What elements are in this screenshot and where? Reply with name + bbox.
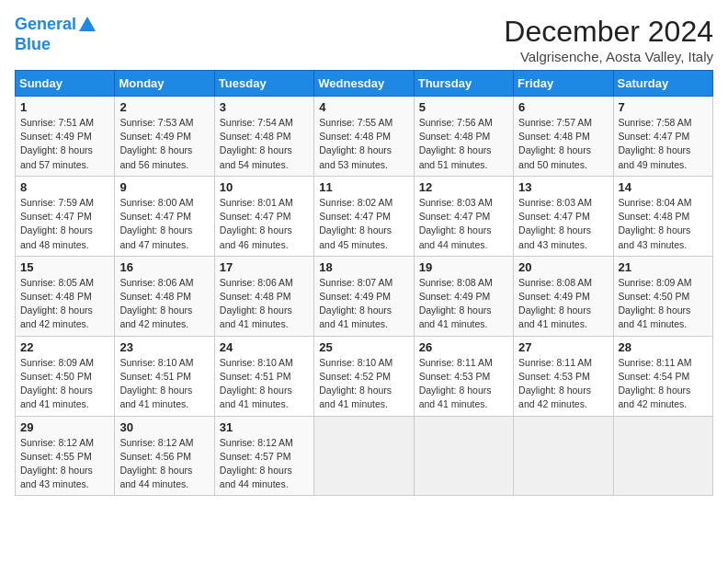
day-info: Sunrise: 8:11 AM Sunset: 4:54 PM Dayligh… (619, 356, 708, 412)
day-number: 17 (220, 260, 309, 274)
day-info: Sunrise: 7:55 AM Sunset: 4:48 PM Dayligh… (319, 116, 408, 172)
day-info: Sunrise: 8:12 AM Sunset: 4:55 PM Dayligh… (20, 436, 109, 492)
day-cell: 4 Sunrise: 7:55 AM Sunset: 4:48 PM Dayli… (314, 97, 414, 177)
location-title: Valgrisenche, Aosta Valley, Italy (504, 49, 713, 64)
day-cell: 25 Sunrise: 8:10 AM Sunset: 4:52 PM Dayl… (314, 336, 414, 416)
day-number: 20 (518, 260, 608, 274)
day-cell: 22 Sunrise: 8:09 AM Sunset: 4:50 PM Dayl… (16, 336, 115, 416)
day-number: 30 (119, 420, 209, 434)
col-tuesday: Tuesday (214, 71, 313, 97)
day-info: Sunrise: 7:58 AM Sunset: 4:47 PM Dayligh… (619, 116, 708, 172)
day-number: 4 (319, 100, 408, 114)
calendar-table: Sunday Monday Tuesday Wednesday Thursday… (15, 70, 713, 496)
day-number: 14 (619, 180, 708, 194)
svg-marker-0 (79, 17, 96, 31)
day-cell: 11 Sunrise: 8:02 AM Sunset: 4:47 PM Dayl… (314, 176, 414, 256)
day-info: Sunrise: 8:06 AM Sunset: 4:48 PM Dayligh… (220, 276, 309, 332)
month-title: December 2024 (504, 15, 713, 49)
day-number: 2 (119, 100, 209, 114)
day-number: 16 (119, 260, 209, 274)
day-cell: 13 Sunrise: 8:03 AM Sunset: 4:47 PM Dayl… (514, 176, 613, 256)
day-info: Sunrise: 8:08 AM Sunset: 4:49 PM Dayligh… (518, 276, 608, 332)
day-cell: 7 Sunrise: 7:58 AM Sunset: 4:47 PM Dayli… (613, 97, 712, 177)
logo-text: General Blue (15, 15, 97, 54)
day-info: Sunrise: 8:04 AM Sunset: 4:48 PM Dayligh… (619, 196, 708, 252)
title-block: December 2024 Valgrisenche, Aosta Valley… (504, 15, 713, 64)
day-cell: 29 Sunrise: 8:12 AM Sunset: 4:55 PM Dayl… (16, 416, 115, 496)
day-number: 29 (20, 420, 109, 434)
day-info: Sunrise: 8:07 AM Sunset: 4:49 PM Dayligh… (319, 276, 408, 332)
day-info: Sunrise: 8:06 AM Sunset: 4:48 PM Dayligh… (119, 276, 209, 332)
day-info: Sunrise: 8:08 AM Sunset: 4:49 PM Dayligh… (419, 276, 508, 332)
day-info: Sunrise: 8:12 AM Sunset: 4:56 PM Dayligh… (119, 436, 209, 492)
empty-cell (514, 416, 613, 496)
day-number: 18 (319, 260, 408, 274)
day-number: 26 (419, 340, 508, 354)
day-cell: 15 Sunrise: 8:05 AM Sunset: 4:48 PM Dayl… (16, 256, 115, 336)
day-number: 11 (319, 180, 408, 194)
day-number: 1 (20, 100, 109, 114)
col-sunday: Sunday (16, 71, 115, 97)
day-cell: 6 Sunrise: 7:57 AM Sunset: 4:48 PM Dayli… (514, 97, 613, 177)
day-info: Sunrise: 8:10 AM Sunset: 4:51 PM Dayligh… (119, 356, 209, 412)
day-info: Sunrise: 8:00 AM Sunset: 4:47 PM Dayligh… (119, 196, 209, 252)
day-number: 9 (119, 180, 209, 194)
day-number: 8 (20, 180, 109, 194)
day-cell: 16 Sunrise: 8:06 AM Sunset: 4:48 PM Dayl… (115, 256, 214, 336)
day-number: 28 (619, 340, 708, 354)
day-cell: 28 Sunrise: 8:11 AM Sunset: 4:54 PM Dayl… (613, 336, 712, 416)
day-info: Sunrise: 8:11 AM Sunset: 4:53 PM Dayligh… (518, 356, 608, 412)
day-cell: 19 Sunrise: 8:08 AM Sunset: 4:49 PM Dayl… (414, 256, 513, 336)
day-number: 22 (20, 340, 109, 354)
day-info: Sunrise: 7:57 AM Sunset: 4:48 PM Dayligh… (518, 116, 608, 172)
day-cell: 2 Sunrise: 7:53 AM Sunset: 4:49 PM Dayli… (115, 97, 214, 177)
col-friday: Friday (514, 71, 613, 97)
day-cell: 30 Sunrise: 8:12 AM Sunset: 4:56 PM Dayl… (115, 416, 214, 496)
day-number: 31 (220, 420, 309, 434)
col-thursday: Thursday (414, 71, 513, 97)
day-number: 24 (220, 340, 309, 354)
day-cell: 17 Sunrise: 8:06 AM Sunset: 4:48 PM Dayl… (214, 256, 313, 336)
calendar-row: 1 Sunrise: 7:51 AMSunset: 4:49 PMDayligh… (16, 97, 713, 177)
day-cell: 31 Sunrise: 8:12 AM Sunset: 4:57 PM Dayl… (214, 416, 313, 496)
calendar-row: 8 Sunrise: 7:59 AM Sunset: 4:47 PM Dayli… (16, 176, 713, 256)
day-cell: 5 Sunrise: 7:56 AM Sunset: 4:48 PM Dayli… (414, 97, 513, 177)
day-info: Sunrise: 8:03 AM Sunset: 4:47 PM Dayligh… (419, 196, 508, 252)
day-number: 3 (220, 100, 309, 114)
col-saturday: Saturday (613, 71, 712, 97)
calendar-row: 29 Sunrise: 8:12 AM Sunset: 4:55 PM Dayl… (16, 416, 713, 496)
logo: General Blue (15, 15, 97, 54)
day-number: 15 (20, 260, 109, 274)
day-info: Sunrise: 7:51 AMSunset: 4:49 PMDaylight:… (20, 116, 109, 172)
day-cell: 1 Sunrise: 7:51 AMSunset: 4:49 PMDayligh… (16, 97, 115, 177)
day-cell: 3 Sunrise: 7:54 AM Sunset: 4:48 PM Dayli… (214, 97, 313, 177)
col-wednesday: Wednesday (314, 71, 414, 97)
day-cell: 20 Sunrise: 8:08 AM Sunset: 4:49 PM Dayl… (514, 256, 613, 336)
day-info: Sunrise: 7:59 AM Sunset: 4:47 PM Dayligh… (20, 196, 109, 252)
day-info: Sunrise: 8:09 AM Sunset: 4:50 PM Dayligh… (619, 276, 708, 332)
day-info: Sunrise: 8:12 AM Sunset: 4:57 PM Dayligh… (220, 436, 309, 492)
day-info: Sunrise: 8:09 AM Sunset: 4:50 PM Dayligh… (20, 356, 109, 412)
day-cell: 8 Sunrise: 7:59 AM Sunset: 4:47 PM Dayli… (16, 176, 115, 256)
day-number: 5 (419, 100, 508, 114)
col-monday: Monday (115, 71, 214, 97)
day-cell: 23 Sunrise: 8:10 AM Sunset: 4:51 PM Dayl… (115, 336, 214, 416)
day-cell: 18 Sunrise: 8:07 AM Sunset: 4:49 PM Dayl… (314, 256, 414, 336)
day-cell: 14 Sunrise: 8:04 AM Sunset: 4:48 PM Dayl… (613, 176, 712, 256)
logo-icon (77, 15, 97, 35)
day-info: Sunrise: 8:11 AM Sunset: 4:53 PM Dayligh… (419, 356, 508, 412)
day-number: 6 (518, 100, 608, 114)
day-number: 10 (220, 180, 309, 194)
day-cell: 21 Sunrise: 8:09 AM Sunset: 4:50 PM Dayl… (613, 256, 712, 336)
day-info: Sunrise: 8:02 AM Sunset: 4:47 PM Dayligh… (319, 196, 408, 252)
empty-cell (613, 416, 712, 496)
day-number: 23 (119, 340, 209, 354)
day-number: 27 (518, 340, 608, 354)
day-cell: 24 Sunrise: 8:10 AM Sunset: 4:51 PM Dayl… (214, 336, 313, 416)
day-cell: 10 Sunrise: 8:01 AM Sunset: 4:47 PM Dayl… (214, 176, 313, 256)
day-info: Sunrise: 8:05 AM Sunset: 4:48 PM Dayligh… (20, 276, 109, 332)
empty-cell (414, 416, 513, 496)
day-info: Sunrise: 7:54 AM Sunset: 4:48 PM Dayligh… (220, 116, 309, 172)
day-info: Sunrise: 8:10 AM Sunset: 4:51 PM Dayligh… (220, 356, 309, 412)
calendar-row: 22 Sunrise: 8:09 AM Sunset: 4:50 PM Dayl… (16, 336, 713, 416)
